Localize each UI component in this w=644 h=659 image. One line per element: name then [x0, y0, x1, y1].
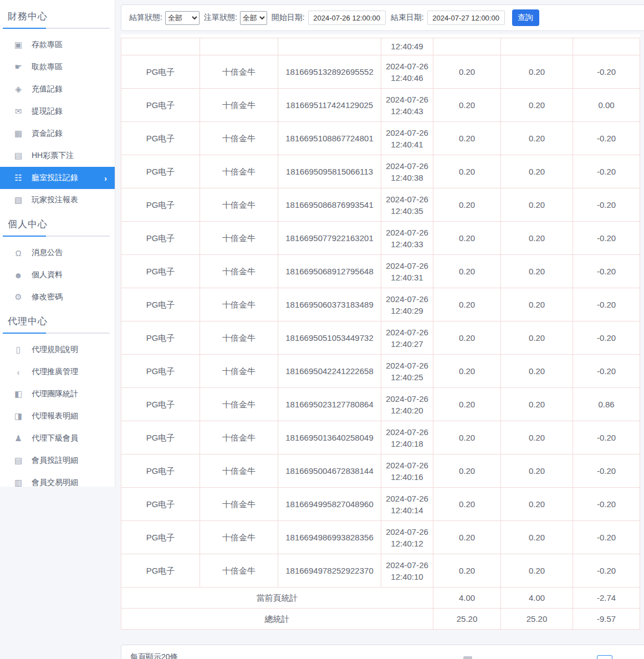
section-title: 個人中心	[0, 214, 115, 236]
end-date-input[interactable]	[427, 11, 505, 25]
sidebar-item-label: 廳室投註記錄	[32, 173, 78, 183]
sidebar-item-label: 資金記錄	[32, 129, 63, 139]
cell-valid-amount: 0.20	[501, 521, 573, 554]
cell-game: 十倍金牛	[200, 554, 278, 588]
cell-winloss: -0.20	[573, 554, 640, 588]
settle-status-select[interactable]: 全部	[165, 11, 200, 25]
sidebar: 財務中心▣存款專區☛取款專區◈充值記錄✉提現記錄▦資金記錄▤HH彩票下注☷廳室投…	[0, 0, 115, 487]
cell-id: 1816695013640258049	[278, 421, 381, 454]
cell-game	[200, 38, 278, 55]
stats-label: 當前頁統計	[121, 588, 433, 609]
table-row: PG电子十倍金牛18166950046728381442024-07-2612:…	[121, 454, 640, 488]
cell-datetime: 2024-07-2612:40:14	[381, 488, 433, 521]
cell-game: 十倍金牛	[200, 155, 278, 188]
cell-bet-amount: 0.20	[433, 255, 501, 288]
table-row: PG电子十倍金牛18166951088677248012024-07-2612:…	[121, 122, 640, 155]
sidebar-item-document[interactable]: ▯代理規則說明	[0, 339, 115, 361]
bet-status-label: 注單狀態:	[204, 13, 237, 23]
sidebar-item-member-bet-detail[interactable]: ▤會員投註明細	[0, 449, 115, 472]
sidebar-item-members[interactable]: ♟代理下級會員	[0, 427, 115, 449]
chevron-right-icon: ›	[104, 173, 107, 183]
sidebar-item-gear[interactable]: ⚙修改密碼	[0, 286, 115, 308]
cell-winloss: -0.20	[573, 454, 640, 488]
sidebar-section: 代理中心▯代理規則說明‹代理推廣管理◧代理團隊統計◨代理報表明細♟代理下級會員▤…	[0, 311, 115, 494]
table-row: PG电子十倍金牛18166949958270489602024-07-2612:…	[121, 488, 640, 521]
table-row: PG电子十倍金牛18166950958150661132024-07-2612:…	[121, 155, 640, 188]
sidebar-item-report-detail[interactable]: ◨代理報表明細	[0, 405, 115, 427]
sidebar-item-label: 存款專區	[32, 40, 63, 50]
cell-winloss: -0.20	[573, 122, 640, 155]
cell-provider: PG电子	[121, 554, 200, 588]
pagination-prev-button[interactable]	[463, 656, 472, 659]
cell-id: 1816695108867724801	[278, 122, 381, 155]
filter-panel: 結算狀態: 全部 注單狀態: 全部 開始日期: 結束日期: 查詢	[121, 4, 644, 31]
cell-provider: PG电子	[121, 222, 200, 255]
sidebar-item-bell[interactable]: Ω消息公告	[0, 242, 115, 264]
bet-status-select[interactable]: 全部	[240, 11, 267, 25]
table-row: PG电子十倍金牛18166951174241290252024-07-2612:…	[121, 89, 640, 122]
cell-provider: PG电子	[121, 388, 200, 421]
cell-id: 1816694978252922370	[278, 554, 381, 588]
sidebar-item-deposit-card[interactable]: ▣存款專區	[0, 34, 115, 56]
cell-id: 1816695132892695552	[278, 55, 381, 89]
cell-valid-amount: 0.20	[501, 355, 573, 388]
query-button[interactable]: 查詢	[512, 9, 539, 26]
sidebar-item-team-stats[interactable]: ◧代理團隊統計	[0, 383, 115, 405]
cell-winloss: 0.86	[573, 388, 640, 421]
cell-valid-amount: 0.20	[501, 222, 573, 255]
cell-id: 1816695004672838144	[278, 454, 381, 488]
cell-datetime: 2024-07-2612:40:46	[381, 55, 433, 89]
cell-valid-amount: 0.20	[501, 488, 573, 521]
user-icon: ☻	[13, 270, 23, 280]
section-underline-accent	[3, 28, 46, 29]
sidebar-item-lottery-bet[interactable]: ▤HH彩票下注	[0, 145, 115, 167]
members-icon: ♟	[13, 433, 23, 443]
cell-game: 十倍金牛	[200, 355, 278, 388]
cell-valid-amount: 0.20	[501, 554, 573, 588]
sidebar-item-label: 代理規則說明	[32, 345, 78, 355]
sidebar-item-funds-record[interactable]: ▦資金記錄	[0, 122, 115, 145]
cell-datetime: 2024-07-2612:40:33	[381, 222, 433, 255]
sidebar-item-room-bet-record[interactable]: ☷廳室投註記錄›	[0, 167, 115, 189]
cell-provider: PG电子	[121, 55, 200, 89]
sidebar-item-recharge-record[interactable]: ◈充值記錄	[0, 78, 115, 100]
cell-bet-amount: 0.20	[433, 454, 501, 488]
cell-game: 十倍金牛	[200, 55, 278, 89]
start-date-input[interactable]	[308, 11, 386, 25]
cell-valid-amount: 0.20	[501, 454, 573, 488]
bet-table-panel: 12:40:49PG电子十倍金牛18166951328926955522024-…	[121, 34, 640, 630]
cell-provider: PG电子	[121, 89, 200, 122]
cell-id: 1816695060373183489	[278, 288, 381, 321]
cell-provider: PG电子	[121, 488, 200, 521]
cell-bet-amount: 0.20	[433, 355, 501, 388]
sidebar-item-label: 代理下級會員	[32, 433, 78, 443]
cell-datetime: 2024-07-2612:40:35	[381, 188, 433, 222]
cell-valid-amount	[501, 38, 573, 55]
bell-icon: Ω	[13, 248, 23, 258]
lottery-bet-icon: ▤	[13, 151, 23, 161]
cell-game: 十倍金牛	[200, 521, 278, 554]
sidebar-item-withdraw-record[interactable]: ✉提現記錄	[0, 100, 115, 122]
cell-provider: PG电子	[121, 255, 200, 288]
sidebar-item-user[interactable]: ☻個人資料	[0, 264, 115, 286]
sidebar-item-label: 消息公告	[32, 248, 63, 258]
cell-bet-amount	[433, 38, 501, 55]
sidebar-item-member-transaction[interactable]: ▥會員交易明細	[0, 472, 115, 494]
cell-bet-amount: 0.20	[433, 288, 501, 321]
table-row: PG电子十倍金牛18166950779221632012024-07-2612:…	[121, 222, 640, 255]
sidebar-item-player-bet-report[interactable]: ▧玩家投注報表	[0, 189, 115, 211]
cell-game: 十倍金牛	[200, 454, 278, 488]
cell-datetime: 2024-07-2612:40:20	[381, 388, 433, 421]
start-date-label: 開始日期:	[272, 13, 305, 23]
cell-provider: PG电子	[121, 521, 200, 554]
cell-game: 十倍金牛	[200, 188, 278, 222]
page: 財務中心▣存款專區☛取款專區◈充值記錄✉提現記錄▦資金記錄▤HH彩票下注☷廳室投…	[0, 0, 644, 659]
cell-winloss: -0.20	[573, 288, 640, 321]
sidebar-item-withdraw-hand[interactable]: ☛取款專區	[0, 56, 115, 78]
sidebar-item-share[interactable]: ‹代理推廣管理	[0, 361, 115, 383]
recharge-record-icon: ◈	[13, 84, 23, 94]
pagination-current-page-button[interactable]	[597, 655, 612, 659]
cell-id	[278, 38, 381, 55]
pagination-bar: 每頁顯示20條	[121, 645, 644, 659]
stats-winloss: -2.74	[573, 588, 640, 609]
